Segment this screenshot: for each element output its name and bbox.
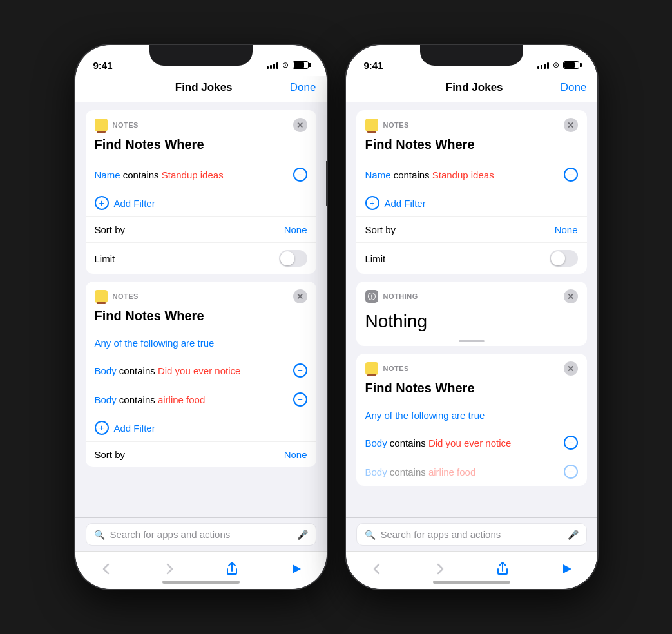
status-icons-1: ⊙ xyxy=(267,61,309,70)
add-filter-label-3: Add Filter xyxy=(385,198,426,209)
sort-row-1[interactable]: Sort by None xyxy=(86,216,316,242)
remove-filter-button-1-1[interactable]: − xyxy=(293,168,307,182)
any-text-2: Any of the following are true xyxy=(365,410,485,421)
search-bar-1[interactable]: 🔍 Search for apps and actions 🎤 xyxy=(86,523,316,546)
filter-row-3-1[interactable]: Name contains Standup ideas − xyxy=(356,160,587,189)
share-button-1[interactable] xyxy=(218,555,246,583)
phone-2: 9:41 ⊙ Find Jokes Done xyxy=(346,45,597,589)
signal-icon-1 xyxy=(267,61,278,69)
card-title-4: Find Notes Where xyxy=(356,381,587,403)
add-circle-icon-3: + xyxy=(365,196,379,210)
notes-icon-1 xyxy=(95,119,108,131)
add-circle-icon-1: + xyxy=(95,196,109,210)
play-button-2[interactable] xyxy=(552,555,580,583)
mic-icon-1[interactable]: 🎤 xyxy=(297,530,308,540)
limit-toggle-1[interactable] xyxy=(279,250,307,267)
close-button-2[interactable]: ✕ xyxy=(293,289,307,303)
sort-label-1: Sort by xyxy=(95,224,126,235)
notes-icon-4 xyxy=(365,362,378,375)
nav-bar-2: Find Jokes Done xyxy=(346,76,597,102)
nav-done-button-2[interactable]: Done xyxy=(561,81,587,94)
filter-text-2-2: Body contains airline food xyxy=(95,394,293,405)
limit-toggle-2[interactable] xyxy=(550,250,578,267)
notes-card-4: NOTES ✕ Find Notes Where Any of the foll… xyxy=(356,354,587,486)
notes-card-1: NOTES ✕ Find Notes Where Name contains S… xyxy=(86,110,316,274)
share-button-2[interactable] xyxy=(488,555,517,583)
nav-title-2: Find Jokes xyxy=(446,81,503,94)
limit-label-2: Limit xyxy=(365,253,386,264)
notes-icon-3 xyxy=(365,119,378,131)
card-header-4: NOTES ✕ xyxy=(356,354,587,381)
sort-label-3: Sort by xyxy=(365,224,396,235)
sort-label-2: Sort by xyxy=(95,449,126,460)
remove-filter-button-3-1[interactable]: − xyxy=(564,168,578,182)
any-row-2[interactable]: Any of the following are true xyxy=(356,403,587,428)
card-type-label-4: NOTES xyxy=(383,365,409,372)
sort-row-2[interactable]: Sort by None xyxy=(86,441,316,467)
add-filter-label-2: Add Filter xyxy=(114,423,155,434)
home-indicator-1 xyxy=(162,581,240,584)
limit-row-1[interactable]: Limit xyxy=(86,242,316,274)
filter-text-3-1: Name contains Standup ideas xyxy=(365,169,564,180)
filter-text-4-2: Body contains airline food xyxy=(365,466,564,477)
play-button-1[interactable] xyxy=(281,555,309,583)
wifi-icon-1: ⊙ xyxy=(282,61,289,70)
notes-icon-2 xyxy=(95,290,108,303)
card-title-2: Find Notes Where xyxy=(86,309,316,331)
remove-filter-button-2-1[interactable]: − xyxy=(293,363,307,378)
notes-card-3: NOTES ✕ Find Notes Where Name contains S… xyxy=(356,110,587,274)
filter-text-4-1: Body contains Did you ever notice xyxy=(365,437,564,448)
forward-button-2[interactable] xyxy=(426,555,454,583)
sort-value-2: None xyxy=(284,449,307,460)
search-bar-container-1: 🔍 Search for apps and actions 🎤 xyxy=(75,517,327,551)
sort-value-1: None xyxy=(284,224,307,235)
search-bar-2[interactable]: 🔍 Search for apps and actions 🎤 xyxy=(356,523,587,546)
add-filter-row-1[interactable]: + Add Filter xyxy=(86,189,316,216)
notch-1 xyxy=(149,45,253,66)
battery-icon-1 xyxy=(293,61,309,69)
card-header-3: NOTES ✕ xyxy=(356,110,587,137)
card-header-2: NOTES ✕ xyxy=(86,282,316,309)
card-type-label-2: NOTES xyxy=(113,293,139,300)
card-title-1: Find Notes Where xyxy=(86,137,316,160)
card-title-3: Find Notes Where xyxy=(356,137,587,160)
remove-filter-button-4-1[interactable]: − xyxy=(564,436,578,450)
filter-row-2-2[interactable]: Body contains airline food − xyxy=(86,385,316,414)
search-icon-2: 🔍 xyxy=(365,530,376,540)
close-button-4[interactable]: ✕ xyxy=(564,361,578,376)
filter-row-1-1[interactable]: Name contains Standup ideas − xyxy=(86,160,316,189)
back-button-2[interactable] xyxy=(363,555,391,583)
nav-title-1: Find Jokes xyxy=(175,81,233,94)
nav-bar-1: Find Jokes Done xyxy=(75,76,327,102)
sort-row-3[interactable]: Sort by None xyxy=(356,216,587,242)
battery-icon-2 xyxy=(563,61,579,69)
status-icons-2: ⊙ xyxy=(537,61,579,70)
close-button-1[interactable]: ✕ xyxy=(293,118,307,132)
any-row-1[interactable]: Any of the following are true xyxy=(86,331,316,356)
limit-row-2[interactable]: Limit xyxy=(356,242,587,274)
card-header-nothing: NOTHING ✕ xyxy=(356,282,587,309)
signal-icon-2 xyxy=(537,61,549,69)
mic-icon-2[interactable]: 🎤 xyxy=(568,530,579,540)
back-button-1[interactable] xyxy=(92,555,120,583)
nothing-title: Nothing xyxy=(356,309,587,341)
card-type-label-3: NOTES xyxy=(383,121,409,129)
screen-2: 9:41 ⊙ Find Jokes Done xyxy=(346,45,597,589)
nothing-icon-1 xyxy=(365,290,378,303)
status-time-1: 9:41 xyxy=(93,60,113,71)
remove-filter-button-2-2[interactable]: − xyxy=(293,392,307,407)
filter-row-4-2: Body contains airline food − xyxy=(356,457,587,486)
filter-row-2-1[interactable]: Body contains Did you ever notice − xyxy=(86,356,316,385)
nav-done-button-1[interactable]: Done xyxy=(290,81,316,94)
close-button-3[interactable]: ✕ xyxy=(564,118,578,132)
add-filter-label-1: Add Filter xyxy=(114,198,155,209)
forward-button-1[interactable] xyxy=(155,555,184,583)
search-bar-container-2: 🔍 Search for apps and actions 🎤 xyxy=(346,517,597,551)
filter-row-4-1[interactable]: Body contains Did you ever notice − xyxy=(356,428,587,457)
notch-2 xyxy=(420,45,523,66)
close-button-nothing[interactable]: ✕ xyxy=(564,289,578,303)
add-filter-row-3[interactable]: + Add Filter xyxy=(356,189,587,216)
add-circle-icon-2: + xyxy=(95,421,109,435)
screen-1: 9:41 ⊙ Find Jokes Done xyxy=(75,45,327,589)
add-filter-row-2[interactable]: + Add Filter xyxy=(86,414,316,441)
